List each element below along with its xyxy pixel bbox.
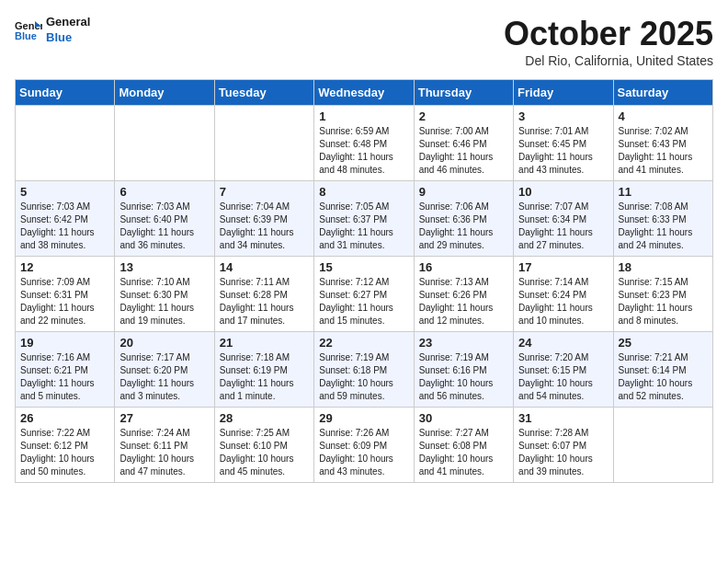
calendar-day-cell: 28Sunrise: 7:25 AM Sunset: 6:10 PM Dayli…: [214, 408, 313, 483]
day-info: Sunrise: 7:09 AM Sunset: 6:31 PM Dayligh…: [20, 276, 109, 327]
day-info: Sunrise: 7:26 AM Sunset: 6:09 PM Dayligh…: [319, 427, 408, 478]
calendar-day-cell: 27Sunrise: 7:24 AM Sunset: 6:11 PM Dayli…: [115, 408, 214, 483]
month-title: October 2025: [504, 15, 713, 53]
calendar-day-cell: 31Sunrise: 7:28 AM Sunset: 6:07 PM Dayli…: [514, 408, 613, 483]
day-number: 15: [319, 260, 408, 274]
day-info: Sunrise: 7:19 AM Sunset: 6:16 PM Dayligh…: [419, 351, 508, 403]
calendar-day-cell: 16Sunrise: 7:13 AM Sunset: 6:26 PM Dayli…: [414, 257, 513, 332]
day-number: 13: [119, 260, 209, 274]
day-number: 14: [220, 260, 309, 274]
day-number: 11: [619, 185, 708, 199]
day-info: Sunrise: 7:27 AM Sunset: 6:08 PM Dayligh…: [419, 427, 508, 478]
calendar-day-cell: 18Sunrise: 7:15 AM Sunset: 6:23 PM Dayli…: [613, 257, 712, 332]
day-number: 29: [319, 411, 408, 425]
calendar-day-cell: 7Sunrise: 7:04 AM Sunset: 6:39 PM Daylig…: [214, 181, 313, 257]
day-info: Sunrise: 7:25 AM Sunset: 6:10 PM Dayligh…: [220, 427, 309, 478]
day-info: Sunrise: 7:00 AM Sunset: 6:46 PM Dayligh…: [419, 125, 508, 177]
logo-text-blue: Blue: [46, 30, 90, 46]
calendar-header-row: SundayMondayTuesdayWednesdayThursdayFrid…: [16, 80, 713, 106]
day-number: 16: [419, 260, 508, 274]
calendar-day-cell: 26Sunrise: 7:22 AM Sunset: 6:12 PM Dayli…: [16, 408, 115, 483]
day-info: Sunrise: 7:05 AM Sunset: 6:37 PM Dayligh…: [319, 201, 408, 252]
weekday-header: Thursday: [414, 80, 513, 106]
calendar-day-cell: [214, 106, 313, 181]
day-number: 3: [518, 109, 608, 123]
calendar-day-cell: 9Sunrise: 7:06 AM Sunset: 6:36 PM Daylig…: [414, 181, 513, 257]
location: Del Rio, California, United States: [504, 53, 713, 68]
calendar-day-cell: 10Sunrise: 7:07 AM Sunset: 6:34 PM Dayli…: [514, 181, 613, 257]
day-number: 18: [619, 260, 708, 274]
day-info: Sunrise: 7:08 AM Sunset: 6:33 PM Dayligh…: [619, 201, 708, 252]
weekday-header: Wednesday: [314, 80, 414, 106]
day-number: 25: [619, 336, 708, 350]
day-number: 7: [220, 185, 309, 199]
logo: General Blue General Blue: [15, 15, 90, 46]
calendar-day-cell: 25Sunrise: 7:21 AM Sunset: 6:14 PM Dayli…: [613, 332, 712, 408]
calendar-week-row: 26Sunrise: 7:22 AM Sunset: 6:12 PM Dayli…: [16, 408, 713, 483]
svg-text:Blue: Blue: [15, 30, 37, 41]
title-area: October 2025 Del Rio, California, United…: [504, 15, 713, 68]
day-number: 24: [518, 336, 608, 350]
calendar-day-cell: 22Sunrise: 7:19 AM Sunset: 6:18 PM Dayli…: [314, 332, 414, 408]
day-info: Sunrise: 7:02 AM Sunset: 6:43 PM Dayligh…: [619, 125, 708, 177]
weekday-header: Saturday: [613, 80, 712, 106]
day-info: Sunrise: 7:15 AM Sunset: 6:23 PM Dayligh…: [619, 276, 708, 327]
day-number: 22: [319, 336, 408, 350]
day-number: 26: [20, 411, 109, 425]
calendar-day-cell: 15Sunrise: 7:12 AM Sunset: 6:27 PM Dayli…: [314, 257, 414, 332]
calendar-week-row: 19Sunrise: 7:16 AM Sunset: 6:21 PM Dayli…: [16, 332, 713, 408]
day-number: 20: [119, 336, 209, 350]
day-number: 1: [319, 109, 408, 123]
day-number: 10: [518, 185, 608, 199]
day-number: 6: [119, 185, 209, 199]
day-info: Sunrise: 7:01 AM Sunset: 6:45 PM Dayligh…: [518, 125, 608, 177]
logo-text-general: General: [46, 15, 90, 30]
day-number: 12: [20, 260, 109, 274]
day-number: 17: [518, 260, 608, 274]
weekday-header: Tuesday: [214, 80, 313, 106]
day-number: 28: [220, 411, 309, 425]
day-info: Sunrise: 7:17 AM Sunset: 6:20 PM Dayligh…: [119, 351, 209, 403]
day-info: Sunrise: 7:18 AM Sunset: 6:19 PM Dayligh…: [220, 351, 309, 403]
calendar-day-cell: 13Sunrise: 7:10 AM Sunset: 6:30 PM Dayli…: [115, 257, 214, 332]
day-number: 23: [419, 336, 508, 350]
weekday-header: Sunday: [16, 80, 115, 106]
calendar-day-cell: 8Sunrise: 7:05 AM Sunset: 6:37 PM Daylig…: [314, 181, 414, 257]
calendar-day-cell: 4Sunrise: 7:02 AM Sunset: 6:43 PM Daylig…: [613, 106, 712, 181]
calendar-day-cell: 12Sunrise: 7:09 AM Sunset: 6:31 PM Dayli…: [16, 257, 115, 332]
weekday-header: Friday: [514, 80, 613, 106]
day-info: Sunrise: 7:11 AM Sunset: 6:28 PM Dayligh…: [220, 276, 309, 327]
day-info: Sunrise: 7:22 AM Sunset: 6:12 PM Dayligh…: [20, 427, 109, 478]
day-info: Sunrise: 7:28 AM Sunset: 6:07 PM Dayligh…: [518, 427, 608, 478]
calendar-day-cell: 11Sunrise: 7:08 AM Sunset: 6:33 PM Dayli…: [613, 181, 712, 257]
page-header: General Blue General Blue October 2025 D…: [15, 15, 713, 68]
day-number: 5: [20, 185, 109, 199]
calendar-week-row: 5Sunrise: 7:03 AM Sunset: 6:42 PM Daylig…: [16, 181, 713, 257]
calendar-day-cell: 23Sunrise: 7:19 AM Sunset: 6:16 PM Dayli…: [414, 332, 513, 408]
day-number: 19: [20, 336, 109, 350]
calendar-day-cell: 3Sunrise: 7:01 AM Sunset: 6:45 PM Daylig…: [514, 106, 613, 181]
day-number: 9: [419, 185, 508, 199]
day-info: Sunrise: 7:03 AM Sunset: 6:40 PM Dayligh…: [119, 201, 209, 252]
calendar-day-cell: 2Sunrise: 7:00 AM Sunset: 6:46 PM Daylig…: [414, 106, 513, 181]
day-number: 4: [619, 109, 708, 123]
calendar-week-row: 1Sunrise: 6:59 AM Sunset: 6:48 PM Daylig…: [16, 106, 713, 181]
day-info: Sunrise: 7:06 AM Sunset: 6:36 PM Dayligh…: [419, 201, 508, 252]
calendar-day-cell: 1Sunrise: 6:59 AM Sunset: 6:48 PM Daylig…: [314, 106, 414, 181]
calendar-table: SundayMondayTuesdayWednesdayThursdayFrid…: [15, 79, 713, 483]
day-info: Sunrise: 7:04 AM Sunset: 6:39 PM Dayligh…: [220, 201, 309, 252]
day-info: Sunrise: 7:14 AM Sunset: 6:24 PM Dayligh…: [518, 276, 608, 327]
day-number: 2: [419, 109, 508, 123]
day-number: 8: [319, 185, 408, 199]
day-info: Sunrise: 7:07 AM Sunset: 6:34 PM Dayligh…: [518, 201, 608, 252]
calendar-day-cell: 19Sunrise: 7:16 AM Sunset: 6:21 PM Dayli…: [16, 332, 115, 408]
calendar-day-cell: 17Sunrise: 7:14 AM Sunset: 6:24 PM Dayli…: [514, 257, 613, 332]
calendar-day-cell: 6Sunrise: 7:03 AM Sunset: 6:40 PM Daylig…: [115, 181, 214, 257]
day-info: Sunrise: 7:13 AM Sunset: 6:26 PM Dayligh…: [419, 276, 508, 327]
calendar-week-row: 12Sunrise: 7:09 AM Sunset: 6:31 PM Dayli…: [16, 257, 713, 332]
day-info: Sunrise: 7:16 AM Sunset: 6:21 PM Dayligh…: [20, 351, 109, 403]
calendar-day-cell: [613, 408, 712, 483]
calendar-day-cell: 21Sunrise: 7:18 AM Sunset: 6:19 PM Dayli…: [214, 332, 313, 408]
calendar-day-cell: 20Sunrise: 7:17 AM Sunset: 6:20 PM Dayli…: [115, 332, 214, 408]
day-info: Sunrise: 7:03 AM Sunset: 6:42 PM Dayligh…: [20, 201, 109, 252]
